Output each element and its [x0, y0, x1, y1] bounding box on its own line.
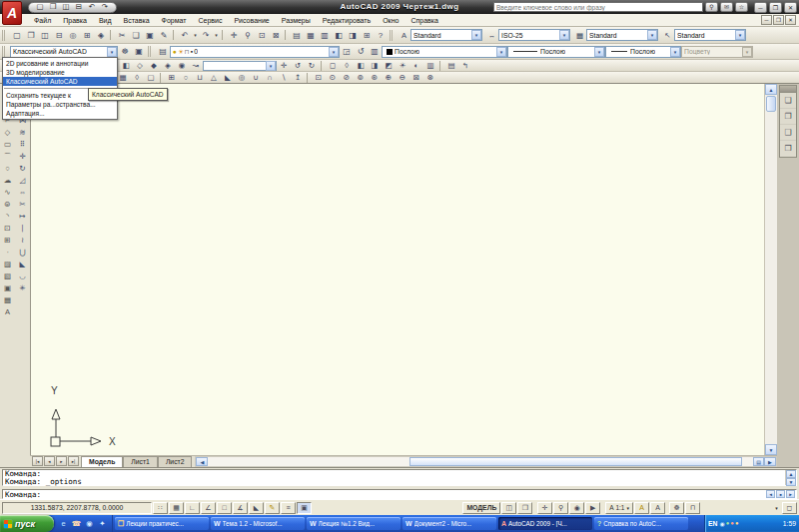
zoom-out-icon[interactable]: ⊖	[396, 72, 409, 83]
chevron-down-icon[interactable]: ▾	[107, 47, 117, 57]
trim-icon[interactable]: ✂	[16, 199, 29, 211]
chevron-down-icon[interactable]: ▾	[559, 30, 569, 40]
search-input[interactable]	[493, 2, 703, 12]
favorites-icon[interactable]: ☆	[735, 2, 748, 12]
command-scrollbar[interactable]: ▲ ▼	[785, 470, 796, 485]
chevron-down-icon[interactable]: ▾	[647, 30, 657, 40]
chevron-down-icon[interactable]: ▾	[329, 47, 339, 57]
layer-states-icon[interactable]: ▥	[368, 45, 382, 58]
plot-preview-icon[interactable]: ◎	[66, 29, 80, 42]
3d-face-icon[interactable]: ◊	[130, 72, 144, 83]
text-style-combo[interactable]: Standard ▾	[410, 29, 482, 41]
chevron-down-icon[interactable]: ▾	[594, 47, 604, 57]
circle-icon[interactable]: ○	[1, 163, 14, 175]
camera-icon[interactable]: ◉	[175, 60, 189, 71]
clean-screen-button[interactable]: ◻	[782, 502, 797, 514]
paste-icon[interactable]: ▣	[143, 29, 157, 42]
zoom-realtime-icon[interactable]: ⚲	[241, 29, 255, 42]
orbit-icon[interactable]: ↺	[291, 60, 305, 71]
toolbar-grip[interactable]	[2, 46, 8, 57]
ucs-world-icon[interactable]: ▦	[116, 72, 130, 83]
start-button[interactable]: пуск	[0, 515, 54, 532]
torus-icon[interactable]: ◎	[235, 72, 249, 83]
lwt-toggle[interactable]: ≡	[281, 502, 296, 514]
toolbar-grip[interactable]	[2, 30, 8, 41]
open-file-icon[interactable]: ❐	[47, 2, 59, 12]
zoom-center-icon[interactable]: ⊚	[354, 72, 368, 83]
prev-tab-icon[interactable]: ◂	[44, 456, 55, 466]
menu-item[interactable]: Размеры	[276, 14, 317, 27]
vertical-scroll-thumb[interactable]	[766, 96, 776, 112]
command-input[interactable]: Команда: ◀ ▪ ▶	[2, 489, 797, 499]
quick-view-layouts-icon[interactable]: ◫	[501, 502, 516, 514]
publish-icon[interactable]: ⊞	[80, 29, 94, 42]
color-combo[interactable]: Послою ▾	[382, 46, 507, 58]
zoom-extents-icon[interactable]: ⊗	[423, 72, 437, 83]
box-icon[interactable]: ⊞	[165, 72, 179, 83]
polar-toggle[interactable]: ∠	[201, 502, 216, 514]
alert-icon[interactable]: ●	[730, 520, 734, 527]
render-presets-icon[interactable]: ↰	[458, 60, 472, 71]
new-file-icon[interactable]: ▢	[34, 2, 46, 12]
media-player-icon[interactable]: ◉	[84, 519, 95, 528]
chevron-down-icon[interactable]: ▾	[496, 47, 506, 57]
doc-minimize-button[interactable]: ─	[761, 15, 772, 25]
make-block-icon[interactable]: ⊞	[1, 235, 14, 247]
scroll-left-icon[interactable]: ◀	[196, 457, 208, 466]
render-window-icon[interactable]: ▥	[423, 60, 437, 71]
grid-toggle[interactable]: ▦	[169, 502, 184, 514]
menu-item[interactable]: Окно	[377, 14, 404, 27]
hatch-icon[interactable]: ▨	[1, 259, 14, 270]
help-icon[interactable]: ?	[374, 29, 388, 42]
union-icon[interactable]: ∪	[249, 72, 263, 83]
ellipse-arc-icon[interactable]: ◝	[1, 211, 14, 223]
minimize-button[interactable]: ─	[754, 2, 767, 13]
scroll-down-icon[interactable]: ▼	[786, 478, 796, 486]
vertical-scrollbar[interactable]: ▲ ▼	[764, 84, 777, 455]
redo-icon[interactable]: ↷	[199, 29, 213, 42]
menu-item[interactable]: Вид	[93, 14, 118, 27]
top-view-icon[interactable]: ◇	[133, 60, 147, 71]
gradient-icon[interactable]: ▧	[1, 270, 14, 282]
doc-restore-button[interactable]: ❐	[773, 15, 784, 25]
my-workspace-icon[interactable]: ▣	[132, 45, 146, 58]
snap-toggle[interactable]: ∷	[153, 502, 168, 514]
maximize-button[interactable]: ❐	[769, 2, 782, 13]
move-icon[interactable]: ✛	[16, 151, 29, 163]
zoom-dynamic-icon[interactable]: ⊙	[326, 72, 340, 83]
layout-tab[interactable]: Модель	[81, 456, 123, 467]
workspace-switching-icon[interactable]: ☸	[669, 502, 684, 514]
annotation-scale-button[interactable]: А 1:1 ▾	[605, 502, 633, 514]
menu-item[interactable]: Справка	[404, 14, 443, 27]
polygon-icon[interactable]: ◇	[1, 127, 14, 139]
update-icon[interactable]: ●	[735, 520, 739, 527]
properties-icon[interactable]: ▤	[290, 29, 304, 42]
volume-icon[interactable]: ◉	[719, 520, 724, 527]
task-word-3[interactable]: W Документ2 - Micro...	[402, 517, 496, 530]
next-tab-icon[interactable]: ▸	[56, 456, 67, 466]
region-icon[interactable]: ▣	[1, 282, 14, 294]
scroll-up-icon[interactable]: ▲	[786, 470, 796, 478]
toolbar-grip[interactable]	[148, 46, 154, 57]
workspace-dropdown-item[interactable]: Параметры ра...остранства...	[3, 100, 117, 109]
ortho-toggle[interactable]: ∟	[185, 502, 200, 514]
first-tab-icon[interactable]: |◂	[32, 456, 43, 466]
designcenter-icon[interactable]: ▦	[304, 29, 318, 42]
tool-palettes-icon[interactable]: ▥	[318, 29, 332, 42]
iso-view-se-icon[interactable]: ◈	[161, 60, 175, 71]
workspace-dropdown-item[interactable]: Классический AutoCAD	[3, 77, 117, 86]
close-button[interactable]: ✕	[784, 2, 797, 13]
rectangle-icon[interactable]: ▭	[1, 139, 14, 151]
workspace-dropdown-item[interactable]: 2D рисование и аннотации	[3, 59, 117, 68]
rotate-icon[interactable]: ↻	[16, 163, 29, 175]
steering-wheel-icon[interactable]: ◉	[569, 502, 584, 514]
zoom-icon[interactable]: ⚲	[553, 502, 568, 514]
revcloud-icon[interactable]: ☁	[1, 175, 14, 187]
plot-icon[interactable]: ⊟	[52, 29, 66, 42]
table-style-combo[interactable]: Standard ▾	[586, 29, 658, 41]
open-icon[interactable]: ❐	[24, 29, 38, 42]
visual-style-wireframe-icon[interactable]: ◊	[340, 60, 354, 71]
lineweight-combo[interactable]: Послою ▾	[605, 46, 681, 58]
iso-view-sw-icon[interactable]: ◆	[147, 60, 161, 71]
layer-previous-icon[interactable]: ↺	[354, 45, 368, 58]
